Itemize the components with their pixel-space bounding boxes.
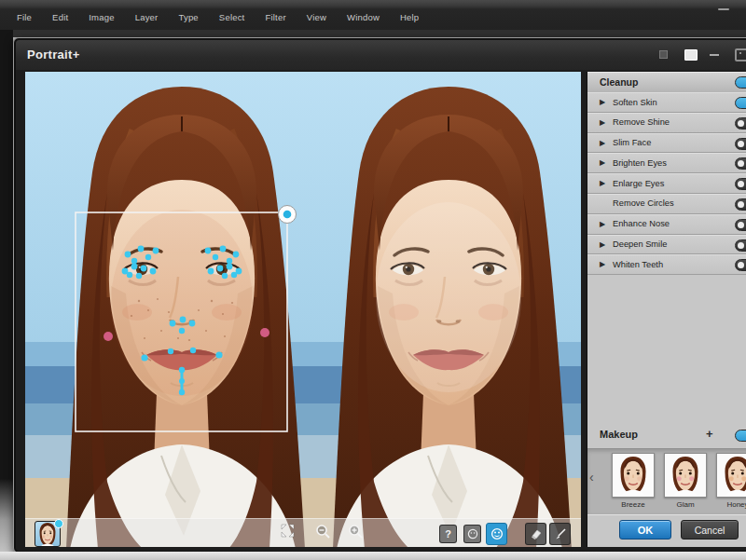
expand-arrow-icon[interactable]: ▶ — [600, 118, 605, 127]
makeup-preset-label: Glam — [664, 500, 707, 509]
close-icon[interactable] — [735, 48, 746, 60]
eraser-button[interactable] — [525, 523, 546, 545]
menu-select[interactable]: Select — [219, 12, 245, 22]
cleanup-row-toggle[interactable] — [735, 157, 746, 170]
cleanup-row[interactable]: ▶ Enlarge Eyes — [587, 173, 746, 194]
preview-canvas[interactable]: ? — [25, 72, 581, 547]
fit-screen-icon[interactable] — [281, 524, 295, 538]
menu-type[interactable]: Type — [178, 12, 198, 22]
menubar-items: FileEditImageLayerTypeSelectFilterViewWi… — [0, 12, 419, 22]
expand-arrow-icon[interactable]: ▶ — [600, 98, 605, 106]
menu-window[interactable]: Window — [347, 12, 380, 22]
makeup-title: Makeup — [600, 429, 638, 440]
makeup-preset-thumbnail[interactable] — [612, 453, 655, 498]
menu-view[interactable]: View — [307, 12, 326, 22]
scroll-left-icon[interactable]: ‹ — [589, 470, 594, 485]
makeup-preset-thumbnail[interactable] — [716, 453, 746, 498]
cleanup-row-label: Soften Skin — [613, 98, 657, 107]
adjustments-panel: Cleanup ▶ Soften Skin ▶ Remove Shine ▶ S… — [587, 72, 746, 547]
help-label: ? — [445, 528, 451, 540]
makeup-preset[interactable]: Glam — [664, 453, 707, 509]
cleanup-row-toggle[interactable] — [735, 239, 746, 252]
menu-file[interactable]: File — [17, 12, 32, 22]
brush-icon — [554, 527, 567, 540]
makeup-preset[interactable]: Breeze — [612, 453, 655, 509]
cleanup-header: Cleanup — [587, 72, 746, 94]
show-landmarks-button[interactable] — [486, 523, 507, 545]
portrait-plus-dialog: Portrait+ — [13, 37, 746, 553]
minimize-icon[interactable] — [710, 48, 722, 60]
after-portrait — [333, 87, 572, 547]
dialog-titlebar[interactable]: Portrait+ — [16, 40, 746, 70]
cleanup-row-label: Brighten Eyes — [613, 158, 667, 168]
before-after-image — [25, 72, 581, 547]
help-button[interactable]: ? — [439, 525, 457, 543]
before-portrait — [66, 87, 305, 547]
cleanup-row[interactable]: ▶ Whiten Teeth — [587, 254, 746, 275]
cleanup-row-label: Enhance Nose — [613, 219, 670, 228]
makeup-preset-label: Breeze — [612, 500, 655, 509]
cleanup-list: ▶ Soften Skin ▶ Remove Shine ▶ Slim Face… — [587, 92, 746, 275]
cleanup-row-label: Remove Circles — [613, 198, 674, 208]
navigator-badge[interactable] — [54, 519, 63, 528]
cleanup-row-toggle[interactable] — [735, 198, 746, 211]
cleanup-row-label: Deepen Smile — [613, 239, 667, 249]
cleanup-master-toggle[interactable] — [735, 76, 746, 89]
cleanup-title: Cleanup — [600, 76, 638, 88]
cleanup-row[interactable]: ▶ Slim Face — [587, 133, 746, 154]
ok-button[interactable]: OK — [619, 520, 671, 540]
makeup-preset-strip: ‹ Breeze Glam Honey — [587, 448, 746, 515]
expand-arrow-icon[interactable]: ▶ — [600, 139, 605, 147]
menu-help[interactable]: Help — [400, 12, 419, 22]
expand-arrow-icon[interactable]: ▶ — [600, 158, 605, 167]
cleanup-row[interactable]: ▶ Deepen Smile — [587, 235, 746, 255]
cancel-button[interactable]: Cancel — [681, 520, 739, 540]
makeup-preset-thumbnail[interactable] — [664, 453, 707, 498]
cleanup-row-toggle[interactable] — [735, 178, 746, 190]
menu-filter[interactable]: Filter — [265, 12, 285, 22]
cleanup-row-label: Remove Shine — [613, 117, 670, 127]
cheek-landmark-right[interactable] — [260, 328, 269, 337]
options-bar — [0, 30, 746, 37]
face-outline-button[interactable] — [463, 525, 481, 543]
cleanup-row-toggle[interactable] — [735, 97, 746, 109]
menu-image[interactable]: Image — [89, 12, 114, 22]
cleanup-row-label: Enlarge Eyes — [613, 179, 664, 188]
expand-arrow-icon[interactable]: ▶ — [600, 240, 605, 249]
makeup-preset-label: Honey — [716, 500, 746, 509]
cleanup-row-toggle[interactable] — [735, 259, 746, 271]
cheek-landmark-left[interactable] — [104, 332, 113, 341]
viewer-toolbar: ? — [25, 518, 581, 547]
cleanup-row-label: Slim Face — [613, 138, 651, 147]
menu-edit[interactable]: Edit — [52, 12, 68, 22]
dialog-title: Portrait+ — [27, 48, 80, 61]
expand-arrow-icon[interactable]: ▶ — [600, 220, 605, 228]
cleanup-row-toggle[interactable] — [735, 219, 746, 231]
face-outline-icon — [467, 528, 478, 540]
app-minimize-icon[interactable] — [718, 8, 729, 10]
cleanup-row[interactable]: ▶ Enhance Nose — [587, 214, 746, 235]
tools-panel-strip — [0, 30, 13, 552]
cleanup-row[interactable]: ▶ Remove Shine — [587, 113, 746, 133]
zoom-out-icon[interactable] — [315, 524, 331, 540]
cleanup-row-toggle[interactable] — [735, 138, 746, 150]
expand-arrow-icon[interactable]: ▶ — [600, 260, 605, 268]
cleanup-row-toggle[interactable] — [735, 117, 746, 130]
cleanup-row[interactable]: ▶ Soften Skin — [587, 92, 746, 113]
makeup-preset[interactable]: Honey — [716, 453, 746, 509]
cleanup-row-label: Whiten Teeth — [613, 260, 663, 269]
cleanup-row[interactable]: ▶ Remove Circles — [587, 194, 746, 214]
face-box-handle[interactable] — [279, 206, 297, 224]
titlebar-dot-icon — [659, 48, 671, 60]
smiley-face-icon — [490, 527, 504, 540]
app-menubar: FileEditImageLayerTypeSelectFilterViewWi… — [0, 0, 746, 31]
zoom-in-icon[interactable] — [348, 524, 364, 540]
expand-arrow-icon[interactable]: ▶ — [600, 179, 605, 187]
brush-button[interactable] — [549, 523, 571, 545]
cleanup-row[interactable]: ▶ Brighten Eyes — [587, 153, 746, 173]
add-makeup-icon[interactable]: + — [706, 427, 713, 441]
maximize-icon[interactable] — [684, 48, 697, 60]
makeup-header: Makeup + — [587, 424, 746, 446]
makeup-toggle[interactable] — [735, 430, 746, 442]
menu-layer[interactable]: Layer — [135, 12, 159, 22]
